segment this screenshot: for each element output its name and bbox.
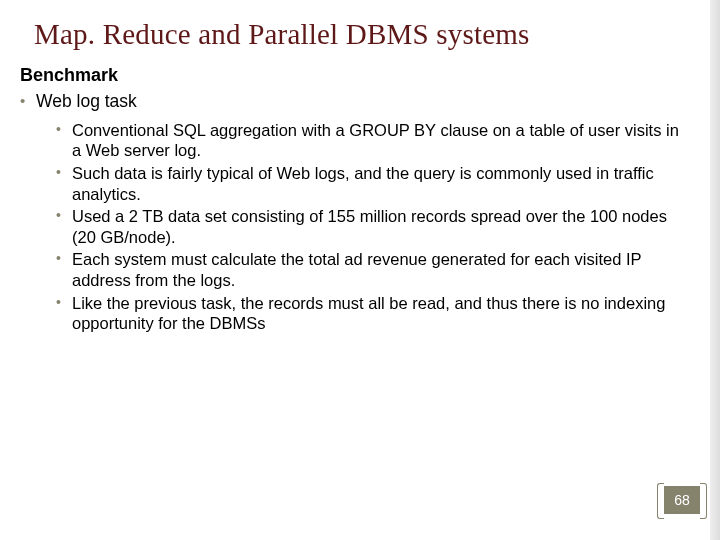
- bullet-dot-icon: •: [56, 121, 61, 139]
- bullet-level2: • Conventional SQL aggregation with a GR…: [56, 120, 680, 161]
- page-number: 68: [674, 492, 690, 508]
- level1-label: Web log task: [36, 91, 137, 111]
- bullet-dot-icon: •: [56, 250, 61, 268]
- bullet-dot-icon: •: [56, 207, 61, 225]
- page-number-badge: 68: [664, 486, 700, 514]
- bullet-level2: • Like the previous task, the records mu…: [56, 293, 680, 334]
- level2-text: Each system must calculate the total ad …: [72, 250, 641, 289]
- bullet-dot-icon: •: [56, 294, 61, 312]
- bullet-level2: • Used a 2 TB data set consisting of 155…: [56, 206, 680, 247]
- level2-list: • Conventional SQL aggregation with a GR…: [20, 120, 680, 334]
- level2-text: Like the previous task, the records must…: [72, 294, 665, 333]
- bullet-dot-icon: •: [56, 164, 61, 182]
- slide-title: Map. Reduce and Parallel DBMS systems: [34, 18, 680, 51]
- bullet-level1: • Web log task: [20, 90, 680, 114]
- slide: Map. Reduce and Parallel DBMS systems Be…: [0, 0, 710, 540]
- bullet-level2: • Such data is fairly typical of Web log…: [56, 163, 680, 204]
- side-stripe: [710, 0, 720, 540]
- level2-text: Such data is fairly typical of Web logs,…: [72, 164, 654, 203]
- bullet-dot-icon: •: [20, 91, 25, 111]
- bullet-level2: • Each system must calculate the total a…: [56, 249, 680, 290]
- level2-text: Used a 2 TB data set consisting of 155 m…: [72, 207, 667, 246]
- subheading: Benchmark: [20, 65, 680, 86]
- level2-text: Conventional SQL aggregation with a GROU…: [72, 121, 679, 160]
